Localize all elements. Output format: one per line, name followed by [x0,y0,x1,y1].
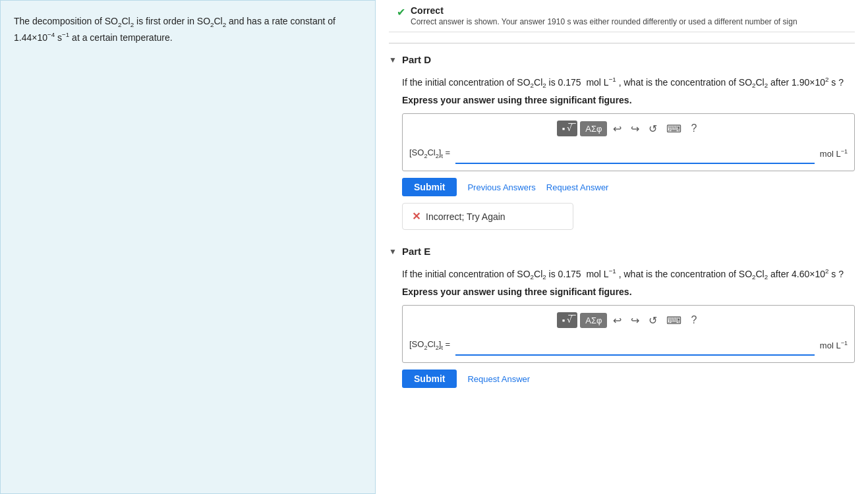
collapse-triangle-e[interactable]: ▼ [389,247,397,256]
part-d-reset-icon: ↺ [649,123,657,134]
part-d-request-answer-link[interactable]: Request Answer [546,182,609,192]
part-e-matrix-btn[interactable]: ▪ √͞ [557,312,578,328]
part-e-unit: mol L−1 [820,340,848,350]
part-e-action-row: Submit Request Answer [402,370,855,388]
part-d-undo-icon: ↩ [613,123,622,134]
part-e-submit-btn[interactable]: Submit [402,370,457,388]
divider [389,43,855,43]
part-d-keyboard-btn[interactable]: ⌨ [663,121,685,136]
part-d-header: ▼ Part D [389,54,855,65]
part-d-sig-fig: Express your answer using three signific… [402,95,855,105]
right-panel: ✔ Correct Correct answer is shown. Your … [376,0,868,494]
part-e-reset-btn[interactable]: ↺ [645,313,660,328]
part-d-redo-btn[interactable]: ↪ [627,121,643,136]
collapse-triangle-d[interactable]: ▼ [389,55,397,65]
part-d-formula-label: [SO2Cl2]t = [409,148,450,159]
part-d-submit-btn[interactable]: Submit [402,178,457,196]
part-e-help-btn[interactable]: ? [687,313,700,327]
part-d-redo-icon: ↪ [631,123,639,134]
part-d-incorrect-box: ✕ Incorrect; Try Again [402,203,573,230]
part-e-redo-btn[interactable]: ↪ [627,313,643,328]
part-e-question: If the initial concentration of SO2Cl2 i… [402,266,855,283]
part-e-keyboard-btn[interactable]: ⌨ [663,313,685,328]
part-d-matrix-btn[interactable]: ▪ √͞ [557,121,578,136]
part-d-answer-input[interactable] [455,143,815,164]
part-d-action-row: Submit Previous Answers Request Answer [402,178,855,196]
part-d-help-btn[interactable]: ? [687,121,700,136]
part-e-help-icon: ? [691,314,697,325]
part-e-input-row: [SO2Cl2]t = mol L−1 [409,335,848,356]
part-e-sqrt-icon: √͞ [567,315,572,325]
part-d-section: ▼ Part D If the initial concentration of… [389,54,855,230]
correct-content: Correct Correct answer is shown. Your an… [411,5,797,26]
part-d-label: Part D [402,54,431,65]
part-e-keyboard-icon: ⌨ [666,315,681,326]
part-e-reset-icon: ↺ [649,315,657,326]
part-d-input-row: [SO2Cl2]t = mol L−1 [409,143,848,164]
part-e-toolbar: ▪ √͞ ΑΣφ ↩ ↪ ↺ ⌨ [409,312,848,328]
part-e-greek-label: ΑΣφ [585,316,602,325]
part-e-sig-fig: Express your answer using three signific… [402,287,855,297]
problem-statement: The decomposition of SO2Cl2 is first ord… [14,14,362,45]
part-d-greek-label: ΑΣφ [585,124,602,134]
part-d-incorrect-text: Incorrect; Try Again [426,211,506,222]
part-d-previous-answers-link[interactable]: Previous Answers [467,182,535,192]
part-e-formula-label: [SO2Cl2]t = [409,339,450,351]
part-e-redo-icon: ↪ [631,315,639,326]
part-e-undo-btn[interactable]: ↩ [610,313,625,328]
part-d-sqrt-icon: √͞ [567,123,572,134]
correct-description: Correct answer is shown. Your answer 191… [411,17,797,26]
part-d-undo-btn[interactable]: ↩ [610,121,625,136]
part-d-toolbar: ▪ √͞ ΑΣφ ↩ ↪ ↺ ⌨ [409,121,848,136]
part-d-input-area: ▪ √͞ ΑΣφ ↩ ↪ ↺ ⌨ [402,113,855,171]
check-icon: ✔ [397,6,405,18]
part-d-body: If the initial concentration of SO2Cl2 i… [389,74,855,230]
part-e-body: If the initial concentration of SO2Cl2 i… [389,266,855,388]
part-e-answer-input[interactable] [455,335,815,356]
x-icon: ✕ [412,210,420,223]
part-d-keyboard-icon: ⌨ [666,123,681,134]
part-e-matrix-icon: ▪ [562,316,565,325]
part-e-label: Part E [402,246,430,257]
correct-banner: ✔ Correct Correct answer is shown. Your … [389,0,855,32]
part-d-question: If the initial concentration of SO2Cl2 i… [402,74,855,91]
part-d-unit: mol L−1 [820,148,848,159]
left-panel: The decomposition of SO2Cl2 is first ord… [0,0,376,494]
part-d-matrix-icon: ▪ [562,124,565,134]
part-e-header: ▼ Part E [389,246,855,257]
correct-title: Correct [411,5,797,16]
part-e-input-area: ▪ √͞ ΑΣφ ↩ ↪ ↺ ⌨ [402,305,855,363]
part-e-section: ▼ Part E If the initial concentration of… [389,246,855,388]
part-e-greek-btn[interactable]: ΑΣφ [580,313,607,328]
part-e-request-answer-link[interactable]: Request Answer [467,374,530,384]
part-d-help-icon: ? [691,123,697,134]
part-d-reset-btn[interactable]: ↺ [645,121,660,136]
part-e-undo-icon: ↩ [613,315,622,326]
part-d-greek-btn[interactable]: ΑΣφ [580,121,607,136]
